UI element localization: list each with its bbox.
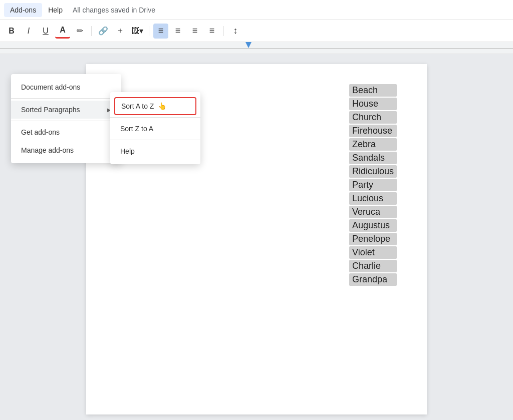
list-item: Grandpa <box>349 273 397 286</box>
sort-a-to-z-label: Sort A to Z <box>121 102 154 110</box>
list-item: Veruca <box>349 206 397 218</box>
bold-button[interactable]: B <box>4 24 19 39</box>
toolbar-separator-3 <box>223 26 224 36</box>
list-item: Augustus <box>349 219 397 232</box>
sub-item-sort-z-to-a[interactable]: Sort Z to A <box>110 120 200 138</box>
list-item: Party <box>349 179 397 191</box>
align-right-button[interactable]: ≡ <box>187 24 202 39</box>
highlight-button[interactable]: ✏ <box>72 24 87 39</box>
sort-z-to-a-label: Sort Z to A <box>120 125 153 133</box>
sub-dropdown-divider-2 <box>110 140 200 140</box>
dropdown-item-sorted-paragraphs[interactable]: Sorted Paragraphs ▶ <box>11 101 121 119</box>
dropdown-item-manage-addons[interactable]: Manage add-ons <box>11 141 121 159</box>
word-list: BeachHouseChurchFirehouseZebraSandalsRid… <box>349 84 397 286</box>
list-item: House <box>349 98 397 110</box>
ruler-marker <box>245 42 251 48</box>
toolbar-separator-1 <box>91 26 92 36</box>
dropdown-item-document-addons-label: Document add-ons <box>21 83 80 91</box>
dropdown-item-manage-addons-label: Manage add-ons <box>21 146 74 154</box>
sub-item-help[interactable]: Help <box>110 142 200 160</box>
dropdown-divider-2 <box>11 121 121 121</box>
sub-item-sort-a-to-z[interactable]: Sort A to Z 👆 <box>114 97 196 115</box>
sub-dropdown-divider <box>110 117 200 118</box>
list-item: Church <box>349 111 397 124</box>
list-item: Sandals <box>349 152 397 164</box>
font-color-button[interactable]: A <box>55 24 70 39</box>
list-item: Charlie <box>349 260 397 272</box>
line-spacing-button[interactable]: ↕ <box>228 24 243 39</box>
sub-item-help-label: Help <box>120 147 135 155</box>
list-item: Penelope <box>349 233 397 245</box>
ruler <box>0 42 513 54</box>
dropdown-item-get-addons[interactable]: Get add-ons <box>11 123 121 141</box>
align-justify-button[interactable]: ≡ <box>204 24 219 39</box>
list-item: Violet <box>349 246 397 259</box>
menu-bar: Add-ons Help All changes saved in Drive <box>0 0 513 20</box>
menu-help[interactable]: Help <box>42 3 69 17</box>
align-center-button[interactable]: ≡ <box>170 24 185 39</box>
insert-button[interactable]: ＋ <box>113 24 128 39</box>
list-item: Ridiculous <box>349 165 397 178</box>
primary-dropdown: Document add-ons Sorted Paragraphs ▶ Get… <box>11 74 121 163</box>
dropdown-item-sorted-paragraphs-label: Sorted Paragraphs <box>21 106 80 114</box>
list-item: Lucious <box>349 192 397 205</box>
link-button[interactable]: 🔗 <box>96 24 111 39</box>
toolbar: B I U A ✏ 🔗 ＋ 🖼▾ ≡ ≡ ≡ ≡ ↕ <box>0 20 513 42</box>
image-button[interactable]: 🖼▾ <box>130 24 145 39</box>
cursor-hand-icon: 👆 <box>158 102 166 110</box>
sub-dropdown: Sort A to Z 👆 Sort Z to A Help <box>110 92 200 164</box>
underline-button[interactable]: U <box>38 24 53 39</box>
italic-button[interactable]: I <box>21 24 36 39</box>
list-item: Zebra <box>349 138 397 151</box>
dropdown-item-get-addons-label: Get add-ons <box>21 128 60 136</box>
document-area: BeachHouseChurchFirehouseZebraSandalsRid… <box>0 54 513 420</box>
list-item: Beach <box>349 84 397 97</box>
menu-addons[interactable]: Add-ons <box>4 3 42 17</box>
ruler-line <box>0 48 513 49</box>
autosave-status: All changes saved in Drive <box>73 6 155 14</box>
list-item: Firehouse <box>349 125 397 137</box>
toolbar-separator-2 <box>149 26 149 36</box>
dropdown-divider-1 <box>11 98 121 99</box>
align-left-button[interactable]: ≡ <box>153 24 168 39</box>
dropdown-item-document-addons[interactable]: Document add-ons <box>11 78 121 96</box>
